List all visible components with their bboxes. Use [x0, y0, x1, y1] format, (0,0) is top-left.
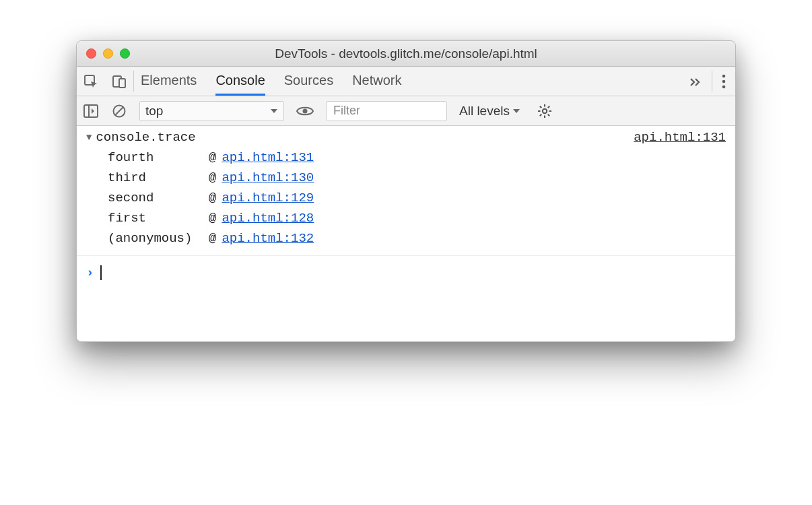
source-link[interactable]: api.html:130 [222, 170, 314, 185]
source-link[interactable]: api.html:129 [222, 191, 314, 205]
trace-label: console.trace [96, 130, 195, 145]
devtools-window: DevTools - devtools.glitch.me/console/ap… [76, 40, 736, 342]
at-symbol: @ [209, 211, 216, 226]
clear-console-icon[interactable] [105, 104, 133, 119]
tab-elements[interactable]: Elements [141, 67, 197, 96]
chevron-down-icon [270, 108, 278, 114]
chevron-down-icon [512, 108, 520, 114]
window-controls [77, 48, 130, 59]
at-symbol: @ [209, 191, 216, 205]
console-prompt[interactable]: › [77, 256, 735, 299]
function-name: (anonymous) [108, 231, 209, 246]
kebab-menu-icon[interactable] [712, 67, 735, 96]
filter-input[interactable] [326, 101, 447, 121]
toggle-console-sidebar-icon[interactable] [77, 104, 105, 118]
function-name: first [108, 211, 209, 226]
svg-line-16 [540, 106, 542, 108]
tab-sources[interactable]: Sources [284, 67, 333, 96]
tab-label: Network [352, 73, 401, 88]
at-symbol: @ [209, 170, 216, 185]
tab-label: Elements [141, 73, 197, 88]
levels-label: All levels [459, 104, 510, 119]
source-link[interactable]: api.html:128 [222, 211, 314, 226]
svg-rect-2 [119, 79, 125, 88]
at-symbol: @ [209, 231, 216, 246]
stack-frame: fourth @ api.html:131 [108, 147, 726, 168]
live-expression-icon[interactable] [290, 105, 320, 117]
prompt-caret-icon: › [86, 265, 94, 280]
stack-trace: fourth @ api.html:131 third @ api.html:1… [86, 147, 726, 248]
console-output: ▼ console.trace api.html:131 fourth @ ap… [77, 126, 735, 341]
minimize-window-button[interactable] [103, 48, 113, 59]
function-name: third [108, 170, 209, 185]
tab-label: Sources [284, 73, 333, 88]
inspect-element-icon[interactable] [77, 67, 105, 96]
at-symbol: @ [209, 150, 216, 165]
maximize-window-button[interactable] [120, 48, 130, 59]
svg-line-17 [548, 114, 550, 116]
panel-tabs: Elements Console Sources Network [134, 67, 679, 96]
tab-console[interactable]: Console [215, 67, 265, 96]
function-name: fourth [108, 150, 209, 165]
function-name: second [108, 191, 209, 205]
svg-point-10 [303, 108, 308, 113]
stack-frame: first @ api.html:128 [108, 208, 726, 228]
trace-header: ▼ console.trace api.html:131 [86, 130, 726, 145]
svg-rect-6 [84, 105, 98, 117]
source-link[interactable]: api.html:132 [222, 231, 314, 246]
log-levels-select[interactable]: All levels [452, 104, 527, 119]
device-toolbar-icon[interactable] [105, 67, 133, 96]
svg-line-19 [548, 106, 550, 108]
disclosure-triangle-icon[interactable]: ▼ [86, 132, 92, 143]
panel-tabbar: Elements Console Sources Network [77, 67, 735, 96]
stack-frame: third @ api.html:130 [108, 168, 726, 188]
svg-point-5 [722, 85, 726, 88]
text-cursor [100, 265, 102, 280]
stack-frame: (anonymous) @ api.html:132 [108, 228, 726, 248]
window-title: DevTools - devtools.glitch.me/console/ap… [77, 46, 735, 61]
execution-context-select[interactable]: top [139, 101, 284, 121]
console-toolbar: top All levels [77, 96, 735, 126]
console-trace-group: ▼ console.trace api.html:131 fourth @ ap… [77, 126, 735, 256]
stack-frame: second @ api.html:129 [108, 188, 726, 208]
more-tabs-icon[interactable] [679, 67, 712, 96]
svg-point-3 [722, 74, 726, 77]
titlebar: DevTools - devtools.glitch.me/console/ap… [77, 41, 735, 67]
tab-label: Console [215, 73, 265, 88]
console-settings-icon[interactable] [528, 104, 562, 119]
svg-line-9 [115, 107, 123, 115]
tab-network[interactable]: Network [352, 67, 401, 96]
svg-point-4 [722, 79, 726, 83]
source-link[interactable]: api.html:131 [634, 130, 726, 145]
context-value: top [145, 104, 163, 119]
svg-point-11 [543, 108, 547, 112]
svg-line-18 [540, 114, 542, 116]
source-link[interactable]: api.html:131 [222, 150, 314, 165]
close-window-button[interactable] [86, 48, 96, 59]
